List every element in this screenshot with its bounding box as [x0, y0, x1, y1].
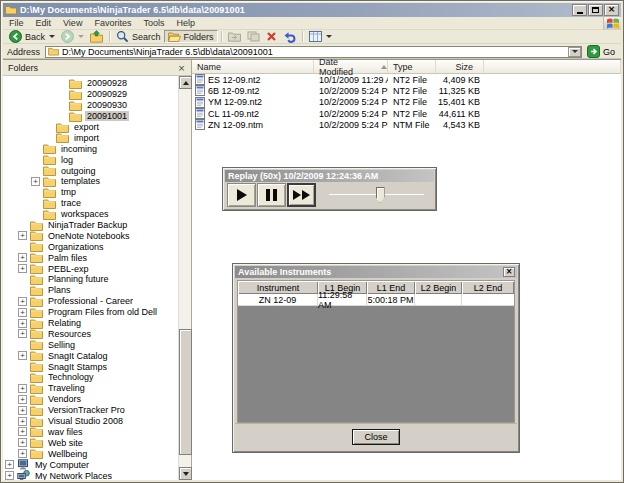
tree-item-visual-studio-2008[interactable]: +Visual Studio 2008: [3, 416, 178, 427]
menu-item-edit[interactable]: Edit: [30, 17, 58, 29]
file-row-es-12-09-nt2[interactable]: ES 12-09.nt210/1/2009 11:29 AMNT2 File4,…: [192, 74, 621, 85]
tree-expander-plus-icon[interactable]: +: [18, 231, 27, 240]
tree-item-professional-career[interactable]: +Professional - Career: [3, 296, 178, 307]
instrument-row-zn-12-09[interactable]: ZN 12-0911:29:58 AM5:00:18 PM: [238, 294, 514, 306]
forward-dropdown-icon[interactable]: [78, 35, 84, 38]
tree-item-trace[interactable]: +trace: [3, 198, 178, 209]
tree-item-technology[interactable]: +Technology: [3, 372, 178, 383]
tree-scrollbar[interactable]: [178, 76, 191, 480]
tree-item-20090929[interactable]: +20090929: [3, 89, 178, 100]
tree-item-versiontracker-pro[interactable]: +VersionTracker Pro: [3, 405, 178, 416]
tree-item-workspaces[interactable]: +workspaces: [3, 209, 178, 220]
tree-expander-plus-icon[interactable]: +: [18, 438, 27, 447]
title-bar[interactable]: D:\My Documents\NinjaTrader 6.5\db\data\…: [3, 3, 621, 17]
tree-item-snagit-catalog[interactable]: +SnagIt Catalog: [3, 350, 178, 361]
forward-button[interactable]: [58, 30, 87, 43]
column-header-type[interactable]: Type: [388, 60, 436, 74]
file-row-cl-11-09-nt2[interactable]: CL 11-09.nt210/2/2009 5:24 PMNT2 File44,…: [192, 108, 621, 119]
file-row-6b-12-09-nt2[interactable]: 6B 12-09.nt210/2/2009 5:24 PMNT2 File11,…: [192, 85, 621, 96]
go-button[interactable]: Go: [582, 45, 619, 58]
tree-expander-plus-icon[interactable]: +: [18, 297, 27, 306]
address-dropdown-button[interactable]: [568, 47, 581, 57]
folders-panel-close-button[interactable]: ×: [175, 62, 188, 74]
tree-item-traveling[interactable]: +Traveling: [3, 383, 178, 394]
tree-expander-plus-icon[interactable]: +: [18, 351, 27, 360]
tree-expander-plus-icon[interactable]: +: [18, 417, 27, 426]
back-button[interactable]: Back: [6, 30, 58, 43]
tree-expander-plus-icon[interactable]: +: [18, 253, 27, 262]
tree-item-20090928[interactable]: +20090928: [3, 78, 178, 89]
column-header-name[interactable]: Name: [192, 60, 314, 74]
undo-button[interactable]: [280, 30, 299, 43]
address-input[interactable]: D:\My Documents\NinjaTrader 6.5\db\data\…: [45, 46, 582, 58]
delete-button[interactable]: [263, 30, 280, 43]
tree-item-wellbeing[interactable]: +Wellbeing: [3, 448, 178, 459]
tree-item-onenote-notebooks[interactable]: +OneNote Notebooks: [3, 230, 178, 241]
tree-item-planning-future[interactable]: +Planning future: [3, 274, 178, 285]
menu-item-file[interactable]: File: [3, 17, 30, 29]
file-row-zn-12-09-ntm[interactable]: ZN 12-09.ntm10/2/2009 5:24 PMNTM File4,5…: [192, 119, 621, 130]
instruments-title-bar[interactable]: Available Instruments ×: [235, 266, 517, 278]
close-button[interactable]: ×: [604, 4, 619, 16]
file-row-ym-12-09-nt2[interactable]: YM 12-09.nt210/2/2009 5:24 PMNT2 File15,…: [192, 97, 621, 108]
tree-expander-plus-icon[interactable]: +: [5, 471, 14, 480]
minimize-button[interactable]: [572, 4, 587, 16]
replay-title-bar[interactable]: Replay (50x) 10/2/2009 12:24:36 AM: [225, 170, 434, 182]
tree-item-ninjatrader-backup[interactable]: +NinjaTrader Backup: [3, 220, 178, 231]
tree-expander-plus-icon[interactable]: +: [18, 319, 27, 328]
tree-item-my-computer[interactable]: +My Computer: [3, 459, 178, 470]
column-header-size[interactable]: Size: [436, 60, 484, 74]
tree-item-web-site[interactable]: +Web site: [3, 437, 178, 448]
tree-item-my-network-places[interactable]: +My Network Places: [3, 470, 178, 480]
back-dropdown-icon[interactable]: [49, 35, 55, 38]
tree-expander-plus-icon[interactable]: +: [31, 177, 40, 186]
tree-item-wav-files[interactable]: +wav files: [3, 427, 178, 438]
search-button[interactable]: Search: [113, 30, 164, 43]
tree-item-export[interactable]: +export: [3, 122, 178, 133]
tree-item-vendors[interactable]: +Vendors: [3, 394, 178, 405]
menu-item-view[interactable]: View: [57, 17, 88, 29]
tree-item-import[interactable]: +import: [3, 132, 178, 143]
scroll-down-button[interactable]: [179, 467, 192, 480]
tree-expander-plus-icon[interactable]: +: [18, 395, 27, 404]
tree-expander-plus-icon[interactable]: +: [18, 427, 27, 436]
slider-thumb[interactable]: [376, 187, 385, 203]
tree-item-resources[interactable]: +Resources: [3, 328, 178, 339]
instruments-close-button[interactable]: Close: [352, 429, 400, 445]
tree-item-20090930[interactable]: +20090930: [3, 100, 178, 111]
tree-expander-plus-icon[interactable]: +: [18, 329, 27, 338]
tree-item-20091001[interactable]: +20091001: [3, 111, 178, 122]
column-header-date-modified[interactable]: Date Modified: [314, 60, 388, 74]
instruments-column-l1-end[interactable]: L1 End: [367, 281, 415, 294]
tree-item-organizations[interactable]: +Organizations: [3, 241, 178, 252]
scrollbar-thumb[interactable]: [179, 329, 192, 455]
tree-item-relating[interactable]: +Relating: [3, 318, 178, 329]
tree-expander-plus-icon[interactable]: +: [18, 406, 27, 415]
tree-expander-plus-icon[interactable]: +: [5, 460, 14, 469]
play-button[interactable]: [227, 183, 256, 207]
replay-speed-slider[interactable]: [329, 185, 424, 205]
instruments-close-x-button[interactable]: ×: [503, 267, 515, 277]
views-dropdown-icon[interactable]: [326, 35, 332, 38]
tree-item-templates[interactable]: +templates: [3, 176, 178, 187]
tree-expander-plus-icon[interactable]: +: [18, 264, 27, 273]
folders-button[interactable]: Folders: [164, 30, 218, 43]
pause-button[interactable]: [257, 183, 286, 207]
maximize-button[interactable]: [588, 4, 603, 16]
tree-item-outgoing[interactable]: +outgoing: [3, 165, 178, 176]
tree-item-incoming[interactable]: +incoming: [3, 143, 178, 154]
tree-item-program-files-from-old-dell[interactable]: +Program Files from old Dell: [3, 307, 178, 318]
tree-item-snagit-stamps[interactable]: +SnagIt Stamps: [3, 361, 178, 372]
fast-forward-button[interactable]: [287, 183, 316, 207]
menu-item-favorites[interactable]: Favorites: [88, 17, 137, 29]
instruments-column-l2-begin[interactable]: L2 Begin: [415, 281, 462, 294]
tree-item-plans[interactable]: +Plans: [3, 285, 178, 296]
tree-expander-plus-icon[interactable]: +: [18, 308, 27, 317]
tree-expander-plus-icon[interactable]: +: [18, 449, 27, 458]
tree-item-log[interactable]: +log: [3, 154, 178, 165]
instruments-column-l2-end[interactable]: L2 End: [462, 281, 514, 294]
instruments-column-instrument[interactable]: Instrument: [238, 281, 318, 294]
views-button[interactable]: [306, 30, 335, 43]
up-button[interactable]: [87, 30, 106, 43]
tree-expander-plus-icon[interactable]: +: [18, 384, 27, 393]
